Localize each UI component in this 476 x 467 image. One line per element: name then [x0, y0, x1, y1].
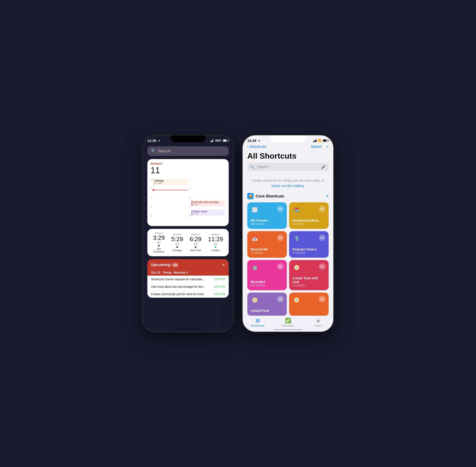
shortcut-name-remind-me: Remind Me: [251, 247, 284, 251]
notch-2: [271, 135, 305, 142]
home-indicator-2[interactable]: [274, 329, 302, 330]
time-display-2: 12:29: [247, 139, 256, 143]
search-bar-2[interactable]: 🔍 Search 🎤: [247, 163, 329, 171]
calendar-times-right: 4 5 6 7 8: [189, 177, 191, 224]
shortcut-actions-musicbot: 938 actions: [251, 284, 284, 287]
location-icon-2: ↗: [258, 139, 260, 143]
clock-city-chicago: MONDAY 5:29 AM Chicago: [171, 234, 183, 252]
shortcut-card-podcast[interactable]: 🎙️ ••• Podcast Timers 10 actions: [289, 231, 329, 258]
shortcut-icon-musicbot: 🤖: [251, 263, 259, 272]
shortcut-card-remind-me[interactable]: 📅 ••• Remind Me 12 actions: [247, 231, 287, 258]
battery-icon-2: [323, 139, 329, 142]
wifi-icon-2: 📶: [318, 139, 321, 142]
location-icon: ↗: [158, 139, 160, 143]
shortcut-card-musicbot[interactable]: 🤖 ••• MusicBot 938 actions: [247, 260, 287, 290]
nav-actions: Select +: [311, 144, 329, 149]
shortcut-menu-create-task[interactable]: •••: [319, 263, 326, 270]
home-indicator[interactable]: [174, 329, 202, 330]
back-label: Shortcuts: [250, 144, 266, 149]
section-title-text: Core Shortcuts: [256, 194, 284, 199]
shortcut-menu-musicbot[interactable]: •••: [277, 263, 284, 270]
search-placeholder: Search: [158, 149, 170, 154]
status-time-2: 12:29 ↗: [247, 139, 260, 143]
calendar-event-call[interactable]: Call with John and Alex 6 PM: [191, 200, 225, 206]
search-icon: 🔍: [151, 149, 156, 154]
shortcut-menu-remind-me[interactable]: •••: [277, 234, 284, 241]
shortcut-icon-ms-frames: ⬜: [251, 206, 259, 214]
shortcut-menu-dashboard[interactable]: •••: [319, 206, 326, 212]
event-time: 11 AM: [155, 182, 186, 184]
automation-label: Automation: [282, 324, 294, 327]
navigation-bar: ‹ Shortcuts Select +: [243, 143, 333, 150]
section-add-button[interactable]: +: [326, 193, 329, 199]
shortcut-icon-unnamed: 🧭: [292, 296, 301, 304]
shortcuts-content: All Shortcuts 🔍 Search 🎤 Create shortcut…: [243, 150, 333, 324]
shortcut-card-linked-post[interactable]: 🧭 ••• Linked Post: [247, 293, 287, 316]
upcoming-items-list: Shortcuts Corner request for calculate..…: [147, 276, 229, 298]
shortcut-card-ms-frames[interactable]: ⬜ ••• MS Frames 305 actions: [247, 202, 287, 229]
add-button[interactable]: +: [326, 144, 329, 149]
shortcut-menu-podcast[interactable]: •••: [319, 234, 326, 241]
phone-2: 12:29 ↗ 📶: [243, 135, 333, 332]
search-bar[interactable]: 🔍 Search: [147, 146, 229, 156]
clock-widget[interactable]: MONDAY 3:29 AM SanFrancisco MONDAY 5:29 …: [147, 229, 229, 256]
tab-gallery[interactable]: ◈ Gallery: [303, 318, 333, 327]
status-time: 12:29 ↗: [147, 139, 160, 143]
clock-city-sf: MONDAY 3:29 AM SanFrancisco: [153, 232, 165, 253]
gallery-icon: ◈: [316, 318, 320, 324]
empty-message: Create shortcuts for things you do every…: [243, 173, 333, 193]
calendar-event-admin[interactable]: Admin Tasks 7 PM: [191, 210, 225, 216]
upcoming-header: Upcoming 18 +: [147, 259, 229, 271]
select-button[interactable]: Select: [311, 144, 322, 149]
shortcut-card-create-task[interactable]: 🧭 ••• Create Task with Link 11 actions: [289, 260, 329, 290]
calendar-column-right: Call with John and Alex 6 PM Admin Tasks…: [191, 177, 225, 224]
calendar-date: 11: [150, 166, 225, 175]
time-display: 12:29: [147, 139, 156, 143]
section-title: 📦 Core Shortcuts: [247, 193, 284, 200]
upcoming-item[interactable]: Create community poll for next AV Club 4…: [147, 290, 229, 298]
calendar-widget[interactable]: MONDAY 11 12 1 2 3 4: [147, 159, 229, 226]
upcoming-item[interactable]: Shortcuts Corner request for calculate..…: [147, 276, 229, 283]
upcoming-plus-button[interactable]: +: [222, 262, 225, 268]
back-chevron-icon: ‹: [247, 144, 249, 149]
shortcut-name-musicbot: MusicBot: [251, 280, 284, 284]
upcoming-item[interactable]: Ask Anna about tax percentage for divi..…: [147, 283, 229, 290]
shortcut-card-unnamed[interactable]: 🧭 •••: [289, 293, 329, 316]
clock-city-newyork: MONDAY 6:29 AM New York: [190, 234, 201, 252]
signal-bar-1: [210, 141, 211, 142]
shortcut-actions-create-task: 11 actions: [292, 284, 326, 287]
shortcut-icon-podcast: 🎙️: [292, 234, 301, 243]
shortcut-menu-linked-post[interactable]: •••: [277, 296, 284, 302]
shortcut-icon-create-task: 🧭: [292, 263, 301, 272]
shortcut-menu-ms-frames[interactable]: •••: [277, 206, 284, 212]
event-title: Call with John and Alex: [193, 201, 224, 204]
automation-icon: ✅: [285, 318, 291, 324]
shortcut-name-ms-frames: MS Frames: [251, 219, 284, 222]
upcoming-item-text: Shortcuts Corner request for calculate..…: [151, 277, 212, 281]
clock-city-london: MONDAY 11:29 AM London: [208, 234, 223, 252]
event-time: 6 PM: [193, 204, 224, 206]
shortcut-actions-remind-me: 12 actions: [251, 251, 284, 254]
upcoming-item-time: 3:00 PM: [214, 277, 225, 281]
signal-icon: [210, 139, 214, 142]
upcoming-item-text: Create community poll for next AV Club: [151, 292, 212, 296]
shortcut-card-dashboard[interactable]: 📚 ••• Dashboard Menu 3 actions: [289, 202, 329, 229]
upcoming-item-time: 4:00 PM: [214, 292, 225, 296]
tab-my-shortcuts[interactable]: ⊞ My Shortcuts: [243, 318, 273, 327]
event-title: Admin Tasks: [193, 210, 224, 213]
calendar-event-writing[interactable]: Writing 11 AM: [154, 179, 187, 185]
battery-icon: [223, 139, 229, 142]
now-dot: [152, 189, 154, 191]
back-button[interactable]: ‹ Shortcuts: [247, 144, 266, 149]
event-title: Writing: [155, 180, 186, 182]
tab-automation[interactable]: ✅ Automation: [273, 318, 303, 327]
shortcut-menu-unnamed[interactable]: •••: [319, 296, 326, 302]
my-shortcuts-label: My Shortcuts: [251, 324, 264, 327]
page-title: All Shortcuts: [243, 150, 333, 163]
shortcut-icon-dashboard: 📚: [292, 206, 301, 214]
signal-bar-4: [213, 139, 214, 142]
gallery-link[interactable]: check out the Gallery.: [271, 184, 305, 188]
section-icon: 📦: [247, 193, 254, 200]
upcoming-widget[interactable]: Upcoming 18 + Oct 11 · Today · Monday 4 …: [147, 259, 229, 298]
upcoming-item-text: Ask Anna about tax percentage for divi..…: [151, 285, 212, 288]
